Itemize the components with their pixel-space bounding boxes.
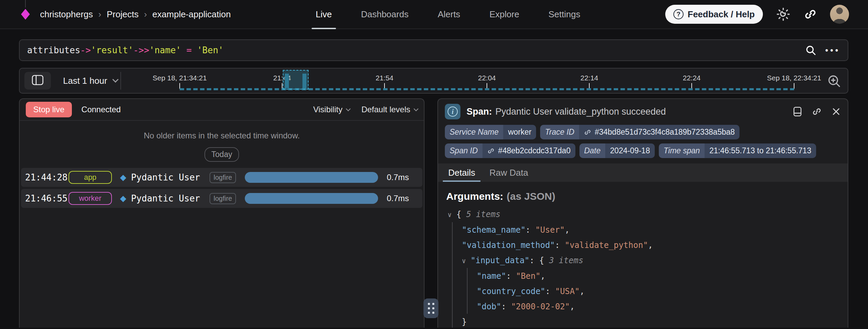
json-token: "schema_name" — [462, 225, 526, 235]
chevron-down-icon — [112, 76, 118, 82]
json-line: "name": "Ben", — [446, 269, 840, 284]
dock-panel-icon[interactable] — [793, 107, 802, 117]
tab-raw-data[interactable]: Raw Data — [484, 163, 533, 182]
meta-chip-trace-id[interactable]: Trace ID#34bd8e51d73c3f4c8a189b72338a5ba… — [540, 125, 739, 139]
json-token: , — [570, 302, 575, 311]
query-token: 'result' — [91, 45, 133, 55]
breadcrumb-separator: › — [98, 9, 101, 20]
time-range-label: Last 1 hour — [63, 76, 107, 86]
log-rows: 21:44:28app◆Pydantic Userlogfire0.7ms21:… — [20, 168, 424, 208]
span-diamond-icon: ◆ — [120, 173, 126, 182]
breadcrumb-item-1[interactable]: christophergs — [40, 9, 93, 20]
tab-details[interactable]: Details — [443, 163, 480, 182]
log-timestamp: 21:46:55 — [25, 193, 65, 204]
json-token: "country_code" — [477, 287, 545, 296]
theme-auto-icon[interactable] — [776, 7, 791, 22]
sidebar-toggle-button[interactable] — [24, 72, 51, 90]
log-row[interactable]: 21:46:55worker◆Pydantic Userlogfire0.7ms — [21, 189, 422, 208]
breadcrumb-item-2[interactable]: Projects — [107, 9, 139, 20]
query-input[interactable]: attributes->'result'->>'name' = 'Ben' ••… — [19, 39, 848, 61]
span-title: Span:Pydantic User validate_python succe… — [467, 107, 666, 117]
search-icon[interactable] — [805, 44, 816, 56]
copy-link-icon[interactable] — [812, 107, 822, 117]
feedback-help-button[interactable]: ? Feedback / Help — [665, 5, 763, 24]
query-more-icon[interactable]: ••• — [825, 45, 840, 55]
arguments-heading: Arguments:(as JSON) — [446, 191, 840, 202]
nav-dashboards[interactable]: Dashboards — [357, 0, 413, 28]
log-row[interactable]: 21:44:28app◆Pydantic Userlogfire0.7ms — [21, 168, 422, 187]
timeline-tick-label: 22:04 — [478, 74, 496, 82]
meta-chip-value: #48eb2cdcdc317da0 — [482, 143, 575, 158]
detail-tabs: DetailsRaw Data — [438, 163, 848, 182]
collapse-toggle-icon[interactable]: ∨ — [448, 207, 456, 222]
time-range-dropdown[interactable]: Last 1 hour — [63, 69, 118, 93]
span-kind-label: Span: — [467, 107, 492, 117]
meta-chip-service-name: Service Nameworker — [445, 125, 536, 139]
json-line: } — [446, 314, 840, 328]
link-icon[interactable] — [584, 129, 591, 136]
close-icon[interactable] — [831, 107, 841, 116]
meta-chip-label: Date — [579, 143, 606, 158]
query-actions: ••• — [805, 44, 840, 56]
share-link-icon[interactable] — [804, 7, 817, 21]
json-line: "country_code": "USA", — [446, 284, 840, 299]
json-token: 3 items — [549, 256, 583, 265]
breadcrumb-item-3[interactable]: example-application — [152, 9, 231, 20]
json-token: : — [506, 271, 516, 281]
timeline-tick-label: Sep 18, 21:34:21 — [153, 74, 207, 82]
nav-live[interactable]: Live — [312, 0, 336, 28]
timeline-tick-label: Sep 18, 22:34:21 — [767, 74, 821, 82]
detail-content: Arguments:(as JSON) ∨{ 5 items"schema_na… — [438, 182, 848, 328]
collapse-toggle-icon[interactable]: ∨ — [462, 253, 471, 269]
query-token: = — [181, 45, 197, 55]
link-icon[interactable] — [487, 147, 495, 155]
main-content: Stop live Connected Visibility Default l… — [19, 98, 848, 328]
query-text: attributes->'result'->>'name' = 'Ben' — [27, 45, 223, 55]
user-avatar[interactable] — [830, 5, 849, 24]
top-bar: christophergs›Projects›example-applicati… — [0, 0, 868, 29]
json-tree: ∨{ 5 items"schema_name": "User","validat… — [446, 207, 840, 328]
span-meta-chips-row: Span ID#48eb2cdcdc317da0Date2024-09-18Ti… — [438, 143, 848, 158]
timeline-dashed-track — [180, 88, 794, 90]
zoom-in-icon[interactable] — [827, 74, 841, 88]
json-line: "dob": "2000-02-02", — [446, 299, 840, 314]
nav-alerts[interactable]: Alerts — [434, 0, 464, 28]
json-token: "USA" — [555, 287, 579, 296]
timeline-selection[interactable] — [283, 70, 309, 90]
timeline-tick-label: 21:54 — [376, 74, 394, 82]
json-token: : { — [529, 256, 549, 265]
indent-guide — [452, 222, 453, 328]
stop-live-button[interactable]: Stop live — [26, 102, 72, 117]
json-line: ∨{ 5 items — [446, 207, 840, 222]
json-token: , — [648, 240, 653, 250]
meta-chip-value: 21:46:55.713 to 21:46:55.713 — [705, 143, 816, 158]
meta-chip-value: 2024-09-18 — [605, 143, 655, 158]
service-tag-badge[interactable]: app — [68, 171, 112, 184]
json-token: "User" — [535, 225, 565, 235]
json-token: , — [540, 271, 545, 281]
timeline-divider — [120, 72, 121, 90]
duration-value: 0.7ms — [387, 194, 409, 203]
topbar-actions: ? Feedback / Help — [665, 0, 849, 28]
feedback-help-label: Feedback / Help — [688, 9, 755, 20]
visibility-dropdown[interactable]: Visibility — [313, 105, 350, 114]
meta-chip-span-id[interactable]: Span ID#48eb2cdcdc317da0 — [445, 143, 575, 158]
logo-caret-line — [25, 0, 26, 7]
json-token: , — [565, 225, 569, 235]
breadcrumb: christophergs›Projects›example-applicati… — [40, 9, 231, 20]
meta-chip-value: #34bd8e51d73c3f4c8a189b72338a5ba8 — [579, 125, 739, 139]
panel-resize-handle[interactable] — [423, 298, 438, 318]
query-token: attributes — [27, 45, 80, 55]
today-button[interactable]: Today — [204, 147, 239, 162]
logfire-logo-icon[interactable] — [21, 9, 30, 20]
meta-chip-time-span: Time span21:46:55.713 to 21:46:55.713 — [659, 143, 816, 158]
service-tag-badge[interactable]: worker — [68, 192, 112, 205]
nav-explore[interactable]: Explore — [485, 0, 523, 28]
default-levels-label: Default levels — [361, 105, 410, 114]
json-token: "dob" — [477, 302, 501, 311]
json-token: "validation_method" — [462, 240, 555, 250]
default-levels-dropdown[interactable]: Default levels — [361, 105, 418, 114]
json-token: : — [501, 302, 511, 311]
span-diamond-icon: ◆ — [120, 194, 126, 203]
nav-settings[interactable]: Settings — [545, 0, 585, 28]
